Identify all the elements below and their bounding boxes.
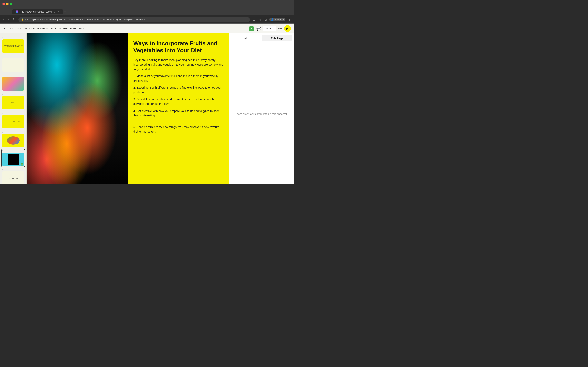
cast-icon[interactable]: ⊡ (252, 17, 256, 22)
lock-icon: 🔒 (21, 18, 24, 21)
slides-sidebar: 1 The Power of Produce: Why Fruits and V… (0, 33, 26, 184)
close-button[interactable] (2, 3, 5, 5)
comments-panel: All This Page There aren't any comments … (229, 33, 294, 184)
slide-item[interactable]: 2 Nutritional Benefits of Fruits and Veg… (2, 55, 25, 73)
tab-title: The Power of Produce: Why Fr... (20, 10, 56, 13)
slide-heading: Ways to Incorporate Fruits and Vegetable… (133, 40, 223, 54)
comment-button[interactable]: 💬 (256, 26, 261, 31)
slide-intro: Hey there! Looking to make meal planning… (133, 58, 223, 71)
share-button[interactable]: Share (263, 26, 276, 31)
slide-item-1: 1. Make a list of your favorite fruits a… (133, 74, 223, 83)
slide-number: 7 (2, 150, 24, 152)
slide-item[interactable]: 1 The Power of Produce: Why Fruits and V… (2, 36, 25, 54)
nav-back-button[interactable]: ‹ (3, 26, 6, 31)
slide-item-2: 2. Experiment with different recipes to … (133, 85, 223, 95)
slide-number: 4 (2, 93, 24, 95)
more-options-button[interactable]: ••• (278, 26, 282, 31)
slide-thumbnail: DIORABLE (2, 96, 24, 109)
slide-thumbnail: Nutritional Benefits of Fruits and Veget… (2, 58, 24, 72)
app: ‹ The Power of Produce: Why Fruits and V… (0, 24, 294, 184)
slide-image (26, 33, 128, 184)
address-bar: ‹ › ↻ 🔒 tome.app/sarahsworkspace/the-pow… (0, 16, 294, 24)
page-title: The Power of Produce: Why Fruits and Veg… (8, 27, 246, 30)
back-button[interactable]: ‹ (2, 17, 5, 22)
tab-close-button[interactable]: ✕ (57, 10, 60, 13)
nav-actions: S 💬 Share ••• ▶ (249, 25, 291, 32)
slide-item-4: 4. Get creative with how you prepare you… (133, 109, 223, 118)
slide-body: Hey there! Looking to make meal planning… (133, 58, 223, 134)
slide-thumbnail: EAT + YOU = FOFO (2, 171, 24, 184)
empty-comments-message: There aren't any comments on this page y… (235, 112, 288, 115)
active-tab[interactable]: The Power of Produce: Why Fr... ✕ (12, 9, 63, 15)
slide-item[interactable]: 4 DIORABLE (2, 92, 25, 110)
slide-thumbnail: Graphic Benefits of a Balanced Diet (2, 115, 24, 128)
comments-body: There aren't any comments on this page y… (229, 43, 294, 184)
add-content-button[interactable]: + (156, 182, 159, 184)
url-text: tome.app/sarahsworkspace/the-power-of-pr… (25, 18, 145, 21)
incognito-badge: 👤 Incognito (269, 18, 285, 21)
slide-number: 8 (2, 169, 24, 171)
minimize-button[interactable] (6, 3, 9, 5)
avatar: S (249, 26, 254, 31)
tab-bar: The Power of Produce: Why Fr... ✕ + (0, 8, 294, 16)
main-content: 1 The Power of Produce: Why Fruits and V… (0, 33, 294, 184)
fullscreen-button[interactable] (10, 3, 12, 5)
slide-number: 5 (2, 112, 24, 114)
slide-item-3: 3. Schedule your meals ahead of time to … (133, 97, 223, 106)
slide-number: 3 (2, 75, 24, 76)
play-button[interactable]: ▶ (284, 25, 291, 32)
slide-main: Ways to Incorporate Fruits and Vegetable… (26, 33, 229, 184)
slide-area: Ways to Incorporate Fruits and Vegetable… (26, 33, 229, 184)
forward-button[interactable]: › (7, 17, 10, 22)
slide-item[interactable]: 3 (2, 74, 25, 91)
menu-icon[interactable]: ⋮ (287, 17, 292, 22)
slide-item[interactable]: 8 EAT + YOU = FOFO (2, 168, 25, 184)
slide-wrapper: Ways to Incorporate Fruits and Vegetable… (26, 33, 229, 184)
browser-toolbar: ⊡ ☆ ⊟ 👤 Incognito ⋮ (252, 17, 292, 22)
slide-image-inner (26, 33, 128, 184)
traffic-lights (2, 3, 12, 5)
reload-button[interactable]: ↻ (12, 17, 16, 22)
slide-number: 6 (2, 131, 24, 133)
slide-item[interactable]: 6 (2, 130, 25, 148)
slide-thumbnail: The Power of Produce: Why Fruits and Veg… (2, 39, 24, 53)
tab-all[interactable]: All (231, 35, 261, 42)
slide-text: Ways to Incorporate Fruits and Vegetable… (128, 33, 229, 184)
comments-tabs: All This Page (229, 33, 294, 43)
tab-favicon (16, 10, 18, 13)
slide-item-5: 5. Don't be afraid to try new things! Yo… (133, 125, 223, 134)
slide-thumbnail (2, 77, 24, 91)
slide-number: 2 (2, 56, 24, 58)
sidebar-icon[interactable]: ⊟ (264, 17, 268, 22)
new-tab-button[interactable]: + (64, 10, 66, 14)
app-nav: ‹ The Power of Produce: Why Fruits and V… (0, 24, 294, 33)
tab-this-page[interactable]: This Page (262, 35, 293, 42)
slide-item-active[interactable]: 7 S (2, 149, 25, 167)
url-bar[interactable]: 🔒 tome.app/sarahsworkspace/the-power-of-… (18, 17, 250, 22)
slide-thumbnail (2, 134, 24, 147)
bookmark-icon[interactable]: ☆ (258, 17, 262, 22)
slide-item[interactable]: 5 Graphic Benefits of a Balanced Diet (2, 111, 25, 129)
slide-number: 1 (2, 37, 24, 39)
